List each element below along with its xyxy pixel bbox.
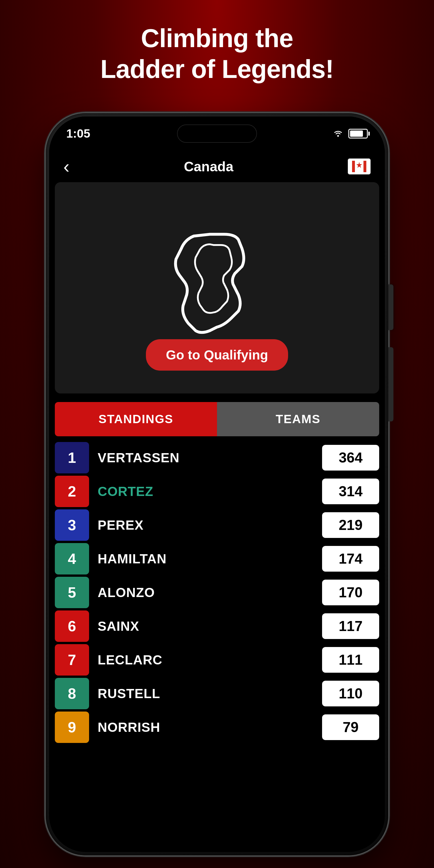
- standing-name: LECLARC: [89, 652, 322, 668]
- status-bar: 1:05: [49, 117, 385, 151]
- standing-name: PEREX: [89, 517, 322, 533]
- standing-position: 8: [55, 678, 89, 709]
- standing-name: NORRISH: [89, 719, 322, 735]
- nav-title: Canada: [184, 159, 233, 175]
- svg-rect-3: [364, 161, 366, 172]
- standing-position: 3: [55, 509, 89, 541]
- canada-flag-icon: [348, 158, 371, 175]
- status-icons: [332, 128, 368, 140]
- standing-points: 174: [322, 546, 379, 571]
- table-row: 7LECLARC111: [55, 644, 379, 676]
- standing-name: RUSTELL: [89, 686, 322, 701]
- table-row: 3PEREX219: [55, 509, 379, 541]
- tabs-section: STANDINGS TEAMS: [55, 402, 379, 436]
- standing-position: 1: [55, 442, 89, 473]
- tab-teams[interactable]: TEAMS: [217, 402, 379, 436]
- standing-position: 5: [55, 577, 89, 608]
- phone-mockup: 1:05: [46, 113, 388, 856]
- svg-rect-2: [352, 161, 355, 172]
- standing-points: 111: [322, 647, 379, 673]
- standing-points: 79: [322, 714, 379, 740]
- headline-line2: Ladder of Legends!: [100, 55, 334, 83]
- table-row: 1VERTASSEN364: [55, 442, 379, 473]
- wifi-icon: [332, 128, 344, 140]
- svg-point-0: [337, 135, 339, 137]
- standing-position: 4: [55, 543, 89, 575]
- track-map: [146, 216, 288, 359]
- battery-icon: [348, 129, 368, 138]
- standing-name: SAINX: [89, 618, 322, 634]
- standing-name: CORTEZ: [89, 484, 322, 499]
- table-row: 8RUSTELL110: [55, 678, 379, 709]
- standing-points: 314: [322, 478, 379, 504]
- standing-points: 110: [322, 681, 379, 706]
- standings-list: 1VERTASSEN3642CORTEZ3143PEREX2194HAMILTA…: [55, 442, 379, 743]
- table-row: 4HAMILTAN174: [55, 543, 379, 575]
- phone-outer: 1:05: [46, 113, 388, 856]
- dynamic-island: [177, 124, 257, 143]
- table-row: 6SAINX117: [55, 611, 379, 642]
- headline: Climbing the Ladder of Legends!: [100, 23, 334, 85]
- table-row: 9NORRISH79: [55, 712, 379, 743]
- table-row: 5ALONZO170: [55, 577, 379, 608]
- nav-bar: ‹ Canada: [49, 151, 385, 182]
- table-row: 2CORTEZ314: [55, 476, 379, 507]
- status-time: 1:05: [66, 127, 90, 141]
- standing-position: 2: [55, 476, 89, 507]
- standing-points: 170: [322, 580, 379, 605]
- standing-position: 9: [55, 712, 89, 743]
- headline-line1: Climbing the: [141, 24, 293, 53]
- standing-name: ALONZO: [89, 585, 322, 600]
- track-section: Go to Qualifying: [55, 182, 379, 394]
- standing-position: 6: [55, 611, 89, 642]
- standing-position: 7: [55, 644, 89, 676]
- standing-name: VERTASSEN: [89, 450, 322, 465]
- tab-standings[interactable]: STANDINGS: [55, 402, 217, 436]
- phone-inner: 1:05: [49, 117, 385, 852]
- standing-points: 364: [322, 445, 379, 470]
- standing-points: 219: [322, 512, 379, 538]
- back-button[interactable]: ‹: [63, 156, 69, 177]
- standing-name: HAMILTAN: [89, 551, 322, 566]
- qualifying-button[interactable]: Go to Qualifying: [146, 339, 288, 371]
- standing-points: 117: [322, 613, 379, 639]
